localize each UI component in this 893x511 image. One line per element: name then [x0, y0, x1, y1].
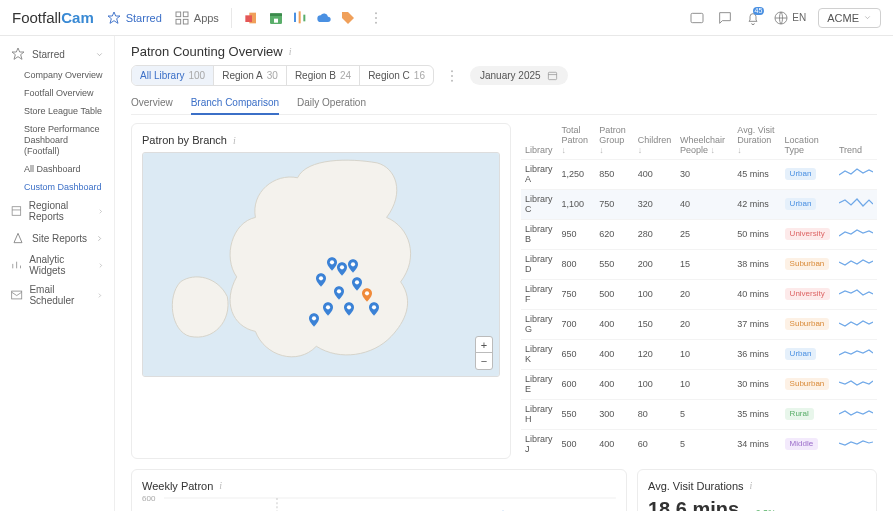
icon-cal[interactable] [268, 10, 284, 26]
sidebar-item[interactable]: Footfall Overview [0, 84, 114, 102]
topbar: FootfallCam Starred Apps 45 EN ACME [0, 0, 893, 36]
map-pin[interactable] [352, 277, 362, 291]
svg-rect-11 [299, 11, 301, 23]
info-icon[interactable]: i [750, 480, 753, 491]
apps-link[interactable]: Apps [174, 10, 219, 26]
zoom-in[interactable]: + [476, 337, 492, 353]
sidebar-item[interactable]: Site Reports [0, 226, 114, 250]
svg-point-35 [355, 281, 359, 285]
icon-cloud[interactable] [316, 10, 332, 26]
th[interactable]: Trend [835, 123, 877, 159]
tenant-select[interactable]: ACME [818, 8, 881, 28]
map-pin[interactable] [334, 286, 344, 300]
svg-rect-24 [12, 291, 22, 299]
table-row[interactable]: Library C1,1007503204042 minsUrban [521, 189, 877, 219]
svg-point-40 [372, 305, 376, 309]
svg-point-37 [365, 292, 369, 296]
svg-point-25 [451, 70, 453, 72]
zoom-out[interactable]: − [476, 353, 492, 369]
table-row[interactable]: Library B9506202802550 minsUniversity [521, 219, 877, 249]
map-pin[interactable] [344, 302, 354, 316]
map-pin[interactable] [348, 259, 358, 273]
table-row[interactable]: Library K6504001201036 minsUrban [521, 339, 877, 369]
th[interactable]: Avg. Visit Duration ↓ [733, 123, 780, 159]
th[interactable]: Patron Group ↓ [595, 123, 633, 159]
table-row[interactable]: Library J50040060534 minsMiddle [521, 429, 877, 459]
svg-rect-19 [12, 207, 21, 216]
starred-link[interactable]: Starred [106, 10, 162, 26]
map-pin[interactable] [362, 288, 372, 302]
window-icon[interactable] [689, 10, 705, 26]
info-icon[interactable]: i [233, 135, 236, 146]
svg-point-15 [375, 21, 377, 23]
map-pin[interactable] [323, 302, 333, 316]
table-row[interactable]: Library D8005502001538 minsSuburban [521, 249, 877, 279]
icon-tag[interactable] [340, 10, 356, 26]
svg-rect-6 [245, 15, 252, 22]
sidebar-item[interactable]: Company Overview [0, 66, 114, 84]
tab[interactable]: Daily Operation [297, 92, 366, 115]
date-picker[interactable]: January 2025 [470, 66, 568, 85]
map-pin[interactable] [309, 313, 319, 327]
more-vert-icon[interactable] [444, 68, 460, 84]
sidebar-section-starred[interactable]: Starred [0, 42, 114, 66]
map-pin[interactable] [369, 302, 379, 316]
segment-region b[interactable]: Region B 24 [287, 66, 360, 85]
svg-rect-3 [176, 19, 181, 24]
sidebar-item[interactable]: All Dashboard [0, 160, 114, 178]
th[interactable]: Total Patron ↓ [558, 123, 596, 159]
svg-rect-8 [270, 13, 282, 16]
table-row[interactable]: Library E6004001001030 minsSuburban [521, 369, 877, 399]
th[interactable]: Location Type [781, 123, 835, 159]
map-card: Patron by Branchi + − [131, 123, 511, 459]
icon-stack[interactable] [244, 10, 260, 26]
chat-icon[interactable] [717, 10, 733, 26]
map-pin[interactable] [337, 262, 347, 276]
map[interactable]: + − [142, 152, 500, 377]
segment-region c[interactable]: Region C 16 [360, 66, 433, 85]
tab[interactable]: Branch Comparison [191, 92, 279, 115]
sidebar-item[interactable]: Store League Table [0, 102, 114, 120]
svg-point-13 [375, 12, 377, 14]
sidebar-item[interactable]: Regional Reports [0, 196, 114, 226]
map-pin[interactable] [327, 257, 337, 271]
map-pin[interactable] [316, 273, 326, 287]
sidebar-item[interactable]: Email Scheduler [0, 280, 114, 310]
segment-region a[interactable]: Region A 30 [214, 66, 287, 85]
segment-all library[interactable]: All Library 100 [132, 66, 214, 85]
th[interactable]: Wheelchair People ↓ [676, 123, 733, 159]
region-segments: All Library 100Region A 30Region B 24Reg… [131, 65, 434, 86]
more-vert-icon[interactable] [368, 10, 384, 26]
view-tabs: OverviewBranch ComparisonDaily Operation [131, 92, 877, 115]
weekly-chart[interactable]: 6004002000Week 2Weekly Patron 300Week 1W… [142, 498, 616, 511]
sidebar-item[interactable]: Analytic Widgets [0, 250, 114, 280]
lang-switch[interactable]: EN [773, 10, 806, 26]
th[interactable]: Library [521, 123, 558, 159]
svg-point-26 [451, 75, 453, 77]
sidebar-item[interactable]: Custom Dashboard [0, 178, 114, 196]
info-icon[interactable]: i [289, 46, 292, 57]
library-table: LibraryTotal Patron ↓Patron Group ↓Child… [521, 123, 877, 459]
logo[interactable]: FootfallCam [12, 9, 94, 26]
svg-rect-16 [691, 13, 703, 22]
app-icons [244, 10, 356, 26]
th[interactable]: Children ↓ [634, 123, 676, 159]
tab[interactable]: Overview [131, 92, 173, 115]
svg-marker-18 [12, 48, 24, 59]
table-row[interactable]: Library G7004001502037 minsSuburban [521, 309, 877, 339]
svg-rect-4 [183, 19, 188, 24]
table-row[interactable]: Library F7505001002040 minsUniversity [521, 279, 877, 309]
icon-sliders[interactable] [292, 10, 308, 26]
svg-rect-1 [176, 12, 181, 17]
table-row[interactable]: Library H55030080535 minsRural [521, 399, 877, 429]
info-icon[interactable]: i [219, 480, 222, 491]
svg-marker-0 [108, 12, 120, 23]
page-title: Patron Counting Overview [131, 44, 283, 59]
sidebar-item[interactable]: Store Performance Dashboard (Footfall) [0, 120, 114, 160]
weekly-chart-card: Weekly Patroni 6004002000Week 2Weekly Pa… [131, 469, 627, 511]
svg-point-39 [326, 305, 330, 309]
svg-point-31 [330, 260, 334, 264]
svg-rect-2 [183, 12, 188, 17]
table-row[interactable]: Library A1,2508504003045 minsUrban [521, 159, 877, 189]
notification-bell[interactable]: 45 [745, 10, 761, 26]
